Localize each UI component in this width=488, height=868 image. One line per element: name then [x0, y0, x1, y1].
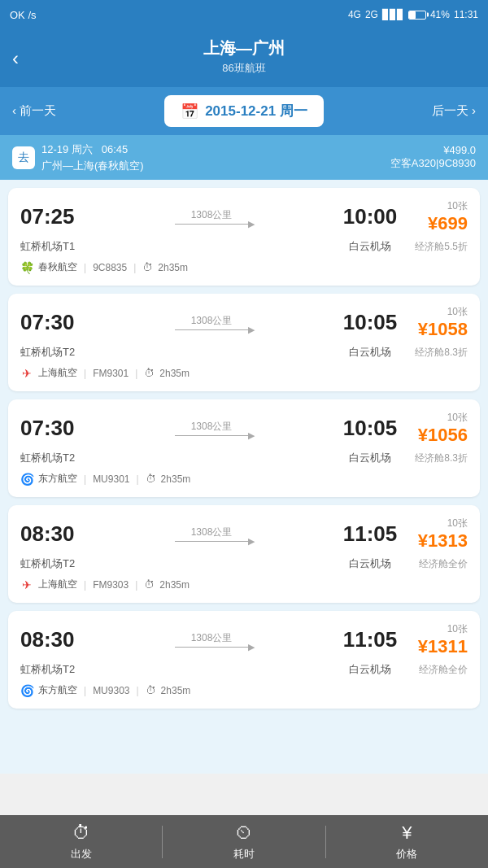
date-label: 2015-12-21 周一	[205, 102, 307, 120]
next-day-button[interactable]: 后一天 ›	[432, 103, 476, 119]
bottom-nav-duration[interactable]: ⏲ 耗时	[163, 815, 325, 868]
flight-row-top: 07:25 1308公里 10:00 10张 ¥699	[20, 199, 468, 234]
divider-1: |	[84, 685, 86, 696]
flight-distance: 1308公里	[85, 526, 338, 539]
clock-icon: ⏱	[144, 578, 155, 591]
flight-duration: 2h35m	[161, 685, 191, 696]
flight-price-area: 10张 ¥1056	[403, 411, 468, 446]
airline-name: 上海航空	[38, 578, 77, 591]
flight-arr-airport: 白云机场	[338, 239, 403, 254]
flight-arr-time: 10:05	[338, 416, 403, 441]
depart-sort-icon: ⏱	[72, 822, 90, 844]
flight-card[interactable]: 07:30 1308公里 10:05 10张 ¥1058 虹桥机场T2 白云机场…	[8, 294, 480, 391]
date-nav: ‹ 前一天 📅 2015-12-21 周一 后一天 ›	[0, 87, 488, 135]
flight-arr-time: 10:05	[338, 310, 403, 335]
flight-tickets: 10张	[403, 199, 468, 213]
flight-discount: 经济舱全价	[403, 663, 468, 677]
flight-arr-time: 11:05	[338, 627, 403, 652]
divider-1: |	[84, 262, 86, 273]
signal-bars: ▊▊▊	[382, 9, 404, 20]
flight-row-bottom: ✈ 上海航空 | FM9303 | ⏱ 2h35m	[20, 578, 468, 591]
divider-2: |	[135, 368, 137, 379]
flight-card[interactable]: 08:30 1308公里 11:05 10张 ¥1313 虹桥机场T2 白云机场…	[8, 505, 480, 603]
status-left: OK /s	[10, 9, 37, 21]
selected-flight-price: ¥499.0	[390, 144, 476, 156]
flight-price: ¥1311	[403, 636, 468, 657]
battery-icon	[408, 11, 426, 20]
flight-tickets: 10张	[403, 517, 468, 530]
bottom-nav-price[interactable]: ¥ 价格	[326, 815, 488, 868]
price-sort-icon: ¥	[402, 822, 412, 844]
flight-card[interactable]: 07:25 1308公里 10:00 10张 ¥699 虹桥机场T1 白云机场 …	[8, 188, 480, 286]
flight-dep-time: 07:25	[20, 204, 85, 229]
flight-arrow	[85, 329, 338, 330]
divider-1: |	[84, 368, 86, 379]
flight-price: ¥1056	[403, 425, 468, 446]
airline-name: 东方航空	[38, 683, 77, 697]
flight-row-bottom: 🌀 东方航空 | MU9301 | ⏱ 2h35m	[20, 472, 468, 486]
flight-center-top: 1308公里	[85, 208, 338, 226]
airline-logo: ✈	[20, 578, 33, 591]
flight-duration: 2h35m	[159, 579, 190, 591]
battery-fill	[409, 11, 416, 19]
page-title: 上海—广州	[41, 37, 447, 59]
time-display: 11:31	[454, 9, 478, 20]
arrow-line	[175, 647, 248, 648]
bottom-nav-depart[interactable]: ⏱ 出发	[0, 815, 162, 868]
flight-distance: 1308公里	[85, 631, 338, 645]
flight-row-top: 07:30 1308公里 10:05 10张 ¥1056	[20, 411, 468, 446]
back-button[interactable]: ‹	[12, 47, 19, 70]
flight-tickets: 10张	[403, 622, 468, 636]
divider-1: |	[84, 579, 86, 591]
flight-arr-airport: 白云机场	[338, 662, 403, 677]
clock-icon: ⏱	[144, 367, 155, 379]
selected-flight-right: ¥499.0 空客A320|9C8930	[390, 144, 476, 171]
flight-tickets: 10张	[403, 305, 468, 319]
flight-arr-airport: 白云机场	[338, 451, 403, 465]
flight-arrow	[85, 435, 338, 436]
flight-discount: 经济舱8.3折	[403, 346, 468, 360]
flight-row-top: 08:30 1308公里 11:05 10张 ¥1311	[20, 622, 468, 657]
depart-sort-label: 出发	[71, 847, 92, 861]
flight-price-area: 10张 ¥699	[403, 199, 468, 234]
prev-day-button[interactable]: ‹ 前一天	[12, 103, 56, 119]
arrow-line	[175, 541, 248, 542]
airline-name: 上海航空	[38, 366, 77, 380]
flight-price: ¥699	[403, 213, 468, 234]
airline-name: 东方航空	[38, 472, 77, 486]
status-ok: OK /s	[10, 9, 37, 21]
airline-logo: 🌀	[20, 473, 33, 486]
flight-arr-airport: 白云机场	[338, 556, 403, 571]
bottom-nav: ⏱ 出发 ⏲ 耗时 ¥ 价格	[0, 815, 488, 868]
flight-row-middle: 虹桥机场T2 白云机场 经济舱8.3折	[20, 451, 468, 465]
flight-row-top: 07:30 1308公里 10:05 10张 ¥1058	[20, 305, 468, 340]
divider-2: |	[133, 262, 136, 273]
battery-percent: 41%	[430, 9, 450, 20]
flight-number: MU9303	[93, 685, 129, 696]
flight-number: FM9301	[93, 368, 129, 379]
price-sort-label: 价格	[396, 847, 417, 861]
flight-distance: 1308公里	[85, 314, 338, 328]
status-right: 4G 2G ▊▊▊ 41% 11:31	[348, 9, 478, 20]
flight-distance: 1308公里	[85, 208, 338, 222]
selected-flight-left: 去 12-19 周六 06:45 广州—上海(春秋航空)	[12, 142, 144, 173]
flight-number: FM9303	[93, 579, 129, 591]
flight-price: ¥1313	[403, 530, 468, 552]
current-date[interactable]: 📅 2015-12-21 周一	[164, 95, 324, 127]
duration-sort-icon: ⏲	[235, 822, 253, 844]
flight-card[interactable]: 08:30 1308公里 11:05 10张 ¥1311 虹桥机场T2 白云机场…	[8, 611, 480, 709]
flight-arrow	[85, 647, 338, 648]
flight-dep-airport: 虹桥机场T2	[20, 662, 85, 677]
selected-flight-route: 广州—上海(春秋航空)	[41, 158, 144, 174]
signal-4g: 4G	[348, 9, 361, 20]
flight-row-bottom: 🌀 东方航空 | MU9303 | ⏱ 2h35m	[20, 683, 468, 697]
airline-name: 春秋航空	[38, 260, 77, 274]
flight-row-bottom: 🍀 春秋航空 | 9C8835 | ⏱ 2h35m	[20, 260, 468, 274]
divider-1: |	[84, 473, 86, 485]
flight-card[interactable]: 07:30 1308公里 10:05 10张 ¥1056 虹桥机场T2 白云机场…	[8, 399, 480, 497]
flight-price-area: 10张 ¥1313	[403, 517, 468, 552]
airline-logo: ✈	[20, 367, 33, 380]
flight-center-top: 1308公里	[85, 420, 338, 438]
flight-number: 9C8835	[93, 262, 127, 273]
depart-icon: 去	[12, 146, 35, 169]
